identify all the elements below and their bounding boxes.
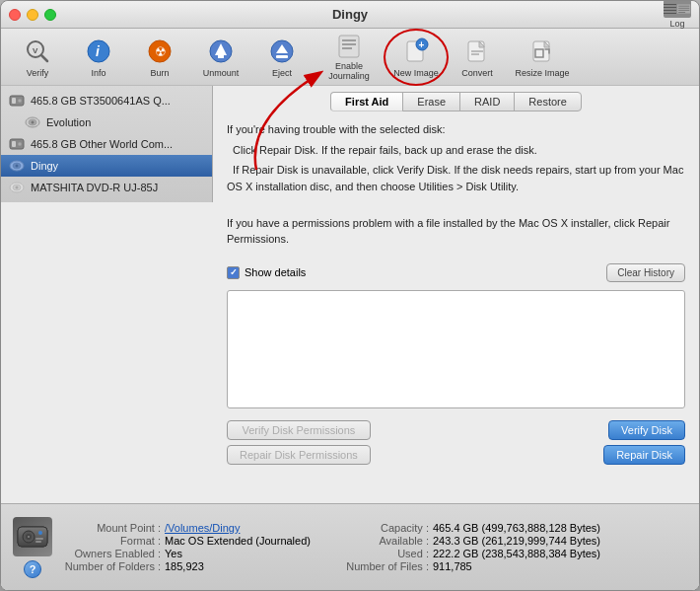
toolbar-verify-button[interactable]: V Verify (9, 33, 66, 82)
available-row: Available : 243.3 GB (261,219,999,744 By… (330, 535, 600, 547)
svg-point-55 (28, 536, 30, 538)
sidebar-item-dingy[interactable]: Dingy (1, 155, 212, 177)
info-col-right: Capacity : 465.4 GB (499,763,888,128 Byt… (330, 522, 600, 572)
folders-label: Number of Folders : (62, 560, 161, 572)
sidebar-item-evolution[interactable]: Evolution (1, 111, 212, 133)
toolbar-new-image-button[interactable]: + New Image (387, 33, 445, 82)
owners-label: Owners Enabled : (62, 548, 161, 559)
dvd-icon (9, 180, 25, 195)
buttons-right: Verify Disk Repair Disk (603, 420, 685, 465)
capacity-value: 465.4 GB (499,763,888,128 Bytes) (433, 522, 600, 534)
close-button[interactable] (9, 9, 21, 21)
tab-raid[interactable]: RAID (459, 92, 515, 111)
convert-icon (461, 36, 493, 67)
format-label: Format : (62, 535, 161, 547)
evolution-label: Evolution (46, 116, 91, 128)
available-label: Available : (330, 535, 429, 547)
dingy-icon (9, 158, 25, 174)
resize-image-icon (526, 36, 558, 67)
svg-rect-18 (276, 55, 288, 58)
info-icon-area: ? (13, 517, 52, 578)
sidebar: 465.8 GB ST3500641AS Q... Evolution (1, 86, 213, 503)
svg-point-56 (38, 531, 42, 535)
main-content: 465.8 GB ST3500641AS Q... Evolution (1, 86, 699, 503)
enable-journaling-label: Enable Journaling (316, 61, 382, 81)
info-label: Info (91, 68, 105, 78)
owners-row: Owners Enabled : Yes (62, 548, 311, 559)
toolbar-enable-journaling-button[interactable]: Enable Journaling (315, 33, 384, 82)
instruction-line-2: Click Repair Disk. If the repair fails, … (227, 142, 685, 159)
sidebar-item-otherworld[interactable]: 465.8 GB Other World Com... (1, 133, 212, 155)
help-icon[interactable]: ? (24, 560, 41, 578)
toolbar-unmount-button[interactable]: Unmount (192, 33, 249, 82)
svg-point-49 (16, 186, 19, 189)
show-details-row: Show details Clear History (227, 263, 685, 282)
instruction-line-1: If you're having trouble with the select… (227, 121, 685, 138)
mount-point-link[interactable]: /Volumes/Dingy (165, 522, 240, 534)
buttons-row: Verify Disk Permissions Repair Disk Perm… (227, 420, 685, 465)
toolbar-resize-image-button[interactable]: Resize Image (510, 33, 575, 82)
sidebar-item-disk1[interactable]: 465.8 GB ST3500641AS Q... (1, 90, 212, 111)
svg-point-46 (16, 165, 19, 168)
minimize-button[interactable] (27, 9, 38, 21)
repair-disk-permissions-button[interactable]: Repair Disk Permissions (227, 445, 371, 465)
maximize-button[interactable] (44, 9, 56, 21)
files-row: Number of Files : 911,785 (330, 560, 600, 572)
format-row: Format : Mac OS Extended (Journaled) (62, 535, 311, 547)
toolbar-info-button[interactable]: i Info (70, 33, 127, 82)
evolution-icon (25, 114, 40, 130)
info-details: Mount Point : /Volumes/Dingy Format : Ma… (62, 522, 687, 572)
toolbar: V Verify i Info ☢ Burn (1, 29, 699, 86)
verify-disk-permissions-button[interactable]: Verify Disk Permissions (227, 420, 371, 440)
convert-label: Convert (461, 68, 493, 78)
owners-value: Yes (165, 548, 182, 559)
capacity-label: Capacity : (330, 522, 429, 534)
folders-row: Number of Folders : 185,923 (62, 560, 311, 572)
svg-rect-36 (12, 98, 16, 104)
clear-history-button[interactable]: Clear History (606, 263, 685, 282)
eject-icon (266, 36, 298, 67)
sidebar-list: 465.8 GB ST3500641AS Q... Evolution (1, 86, 213, 202)
used-value: 222.2 GB (238,543,888,384 Bytes) (433, 548, 600, 559)
burn-label: Burn (150, 68, 169, 78)
info-icon: i (83, 36, 114, 67)
dvd-label: MATSHITA DVD-R UJ-85J (31, 182, 158, 193)
files-value: 911,785 (433, 560, 472, 572)
tab-erase[interactable]: Erase (402, 92, 460, 111)
app-window: Dingy Log V (0, 0, 700, 591)
log-button[interactable]: Log (664, 0, 691, 29)
toolbar-eject-button[interactable]: Eject (253, 33, 311, 82)
svg-point-37 (18, 99, 22, 103)
mount-point-row: Mount Point : /Volumes/Dingy (62, 522, 311, 534)
svg-point-40 (32, 121, 35, 124)
folders-value: 185,923 (165, 560, 204, 572)
svg-rect-58 (35, 541, 41, 543)
panel-body: If you're having trouble with the select… (213, 111, 699, 503)
dingy-label: Dingy (31, 160, 58, 172)
unmount-label: Unmount (203, 68, 240, 78)
hdd-icon (13, 517, 52, 556)
used-label: Used : (330, 548, 429, 559)
available-value: 243.3 GB (261,219,999,744 Bytes) (433, 535, 600, 547)
enable-journaling-icon (333, 33, 365, 60)
show-details-label: Show details (245, 266, 306, 278)
instructions-text: If you're having trouble with the select… (227, 121, 685, 252)
toolbar-burn-button[interactable]: ☢ Burn (131, 33, 188, 82)
disk1-icon (9, 93, 25, 109)
repair-disk-button[interactable]: Repair Disk (603, 445, 685, 465)
right-panel: First Aid Erase RAID Restore If you're h… (213, 86, 699, 503)
toolbar-convert-button[interactable]: Convert (449, 33, 506, 82)
svg-rect-15 (218, 55, 224, 58)
verify-disk-button[interactable]: Verify Disk (608, 420, 685, 440)
sidebar-item-dvd[interactable]: MATSHITA DVD-R UJ-85J (1, 177, 212, 198)
instruction-line-4: If you have a permissions problem with a… (227, 215, 685, 248)
format-value: Mac OS Extended (Journaled) (165, 535, 311, 547)
new-image-icon: + (400, 36, 432, 67)
tab-restore[interactable]: Restore (514, 92, 582, 111)
instruction-line-3: If Repair Disk is unavailable, click Ver… (227, 162, 685, 194)
tab-first-aid[interactable]: First Aid (330, 92, 403, 111)
buttons-left: Verify Disk Permissions Repair Disk Perm… (227, 420, 371, 465)
burn-icon: ☢ (144, 36, 175, 67)
svg-text:+: + (419, 39, 425, 50)
show-details-checkbox[interactable] (227, 266, 240, 279)
